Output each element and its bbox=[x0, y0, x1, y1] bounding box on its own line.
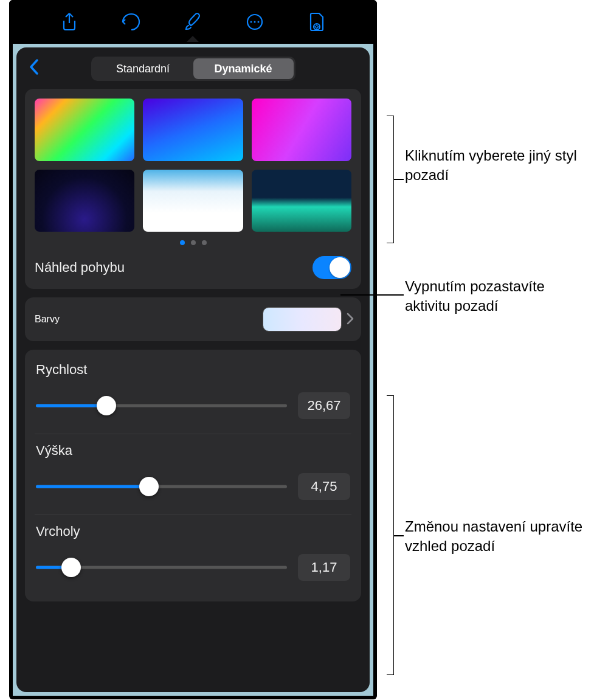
background-thumbnails-grid bbox=[35, 99, 351, 232]
more-button[interactable] bbox=[241, 8, 269, 36]
colors-swatch[interactable] bbox=[263, 307, 342, 331]
bg-thumb-6[interactable] bbox=[252, 170, 351, 232]
bg-thumb-4[interactable] bbox=[35, 170, 134, 232]
page-dots[interactable] bbox=[35, 240, 351, 245]
bg-thumb-5[interactable] bbox=[143, 170, 243, 232]
device-frame: Standardní Dynamické Náhled pohybu bbox=[9, 0, 377, 699]
leader-2 bbox=[340, 294, 404, 296]
undo-button[interactable] bbox=[117, 8, 145, 36]
peaks-value[interactable]: 1,17 bbox=[298, 554, 350, 581]
height-label: Výška bbox=[36, 443, 350, 459]
tab-dynamic[interactable]: Dynamické bbox=[193, 58, 294, 79]
annotations: Kliknutím vyberete jiný styl pozadí Vypn… bbox=[377, 0, 594, 699]
colors-row[interactable]: Barvy bbox=[25, 297, 361, 341]
height-value[interactable]: 4,75 bbox=[298, 473, 350, 500]
callout-2: Vypnutím pozastavíte aktivitu pozadí bbox=[405, 277, 594, 316]
callout-1: Kliknutím vyberete jiný styl pozadí bbox=[405, 146, 594, 185]
callout-1-text: Kliknutím vyberete jiný styl pozadí bbox=[405, 146, 594, 185]
share-button[interactable] bbox=[55, 8, 83, 36]
callout-3: Změnou nastavení upravíte vzhled pozadí bbox=[405, 517, 594, 556]
back-button[interactable] bbox=[25, 58, 43, 80]
settings-panel: Standardní Dynamické Náhled pohybu bbox=[16, 47, 370, 692]
peaks-group: Vrcholy 1,17 bbox=[35, 515, 351, 595]
colors-label: Barvy bbox=[35, 314, 60, 325]
bg-thumb-2[interactable] bbox=[143, 99, 243, 161]
svg-point-1 bbox=[250, 21, 252, 23]
height-group: Výška 4,75 bbox=[35, 434, 351, 515]
format-brush-button[interactable] bbox=[179, 8, 207, 36]
page-dot-1 bbox=[180, 240, 185, 245]
height-slider[interactable] bbox=[36, 477, 287, 496]
toggle-knob bbox=[330, 257, 350, 278]
speed-value[interactable]: 26,67 bbox=[298, 392, 350, 419]
panel-header: Standardní Dynamické bbox=[25, 54, 361, 84]
motion-preview-toggle[interactable] bbox=[313, 256, 351, 279]
svg-point-2 bbox=[254, 21, 256, 23]
page-dot-3 bbox=[202, 240, 207, 245]
bracket-1 bbox=[387, 116, 394, 243]
speed-label: Rychlost bbox=[36, 362, 350, 378]
motion-preview-label: Náhled pohybu bbox=[35, 260, 125, 275]
page-dot-2 bbox=[191, 240, 196, 245]
callout-3-text: Změnou nastavení upravíte vzhled pozadí bbox=[405, 517, 594, 556]
document-button[interactable] bbox=[303, 8, 331, 36]
style-segmented-control[interactable]: Standardní Dynamické bbox=[91, 57, 295, 81]
speed-group: Rychlost 26,67 bbox=[35, 353, 351, 434]
background-styles-card: Náhled pohybu bbox=[25, 89, 361, 289]
peaks-slider[interactable] bbox=[36, 558, 287, 577]
chevron-right-icon bbox=[342, 310, 354, 329]
motion-preview-row: Náhled pohybu bbox=[35, 256, 351, 279]
peaks-label: Vrcholy bbox=[36, 524, 350, 539]
svg-point-3 bbox=[258, 21, 260, 23]
speed-slider[interactable] bbox=[36, 397, 287, 415]
bg-thumb-1[interactable] bbox=[35, 99, 134, 161]
tab-standard[interactable]: Standardní bbox=[93, 58, 193, 79]
callout-2-text: Vypnutím pozastavíte aktivitu pozadí bbox=[405, 277, 594, 316]
sliders-card: Rychlost 26,67 Výška 4,75 bbox=[25, 350, 361, 601]
bg-thumb-3[interactable] bbox=[252, 99, 351, 161]
bracket-3 bbox=[387, 395, 394, 675]
toolbar bbox=[9, 0, 377, 44]
